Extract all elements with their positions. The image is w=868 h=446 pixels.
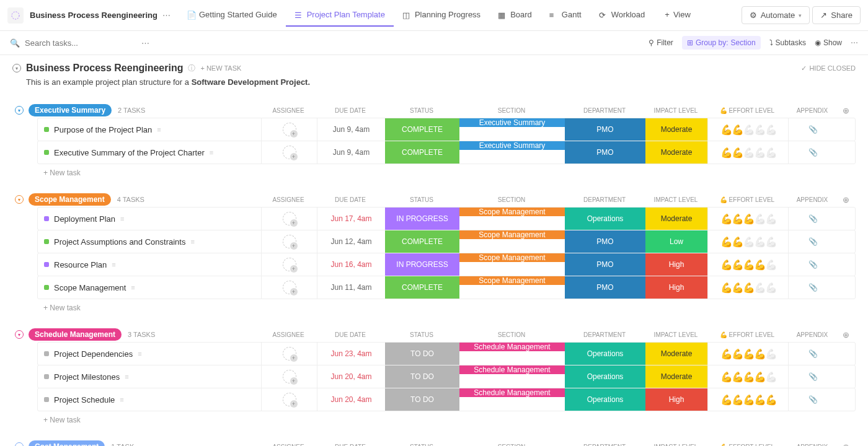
col-header-appendix[interactable]: APPENDIX (787, 196, 837, 203)
due-cell[interactable]: Jun 20, 4am (317, 365, 385, 388)
chevron-down-icon[interactable]: ▾ (15, 442, 24, 446)
col-header-effort[interactable]: 💪 EFFORT LEVEL (707, 444, 787, 447)
task-menu-icon[interactable]: ≡ (125, 373, 128, 380)
view-tab-board[interactable]: ▦Board (489, 4, 541, 27)
effort-cell[interactable]: 💪💪💪💪💪 (707, 343, 788, 365)
view-tab-gantt[interactable]: ≡Gantt (541, 4, 590, 27)
effort-cell[interactable]: 💪💪💪💪💪 (707, 141, 788, 164)
section-badge[interactable]: Scope Management (29, 193, 111, 206)
appendix-cell[interactable]: 📎 (788, 118, 838, 141)
dept-cell[interactable]: PMO (565, 276, 645, 299)
effort-cell[interactable]: 💪💪💪💪💪 (707, 253, 788, 276)
due-cell[interactable]: Jun 9, 4am (317, 141, 385, 164)
impact-cell[interactable]: High (645, 253, 707, 276)
effort-cell[interactable]: 💪💪💪💪💪 (707, 276, 788, 299)
task-name-cell[interactable]: Resource Plan ≡ (38, 253, 261, 276)
appendix-cell[interactable]: 📎 (788, 388, 838, 411)
add-view-button[interactable]: + + View View (656, 4, 699, 27)
col-header-section[interactable]: SECTION (459, 107, 564, 114)
chevron-down-icon[interactable]: ▾ (15, 330, 24, 339)
assignee-cell[interactable] (261, 276, 317, 299)
status-cell[interactable]: TO DO (385, 388, 459, 411)
assignee-cell[interactable] (261, 230, 317, 253)
section-badge[interactable]: Schedule Management (29, 328, 122, 341)
task-menu-icon[interactable]: ≡ (112, 261, 115, 268)
col-header-impact[interactable]: IMPACT LEVEL (645, 444, 707, 447)
task-row[interactable]: Resource Plan ≡ Jun 16, 4am IN PROGRESS … (37, 253, 856, 276)
task-menu-icon[interactable]: ≡ (138, 350, 141, 357)
impact-cell[interactable]: High (645, 276, 707, 299)
task-row[interactable]: Project Assumptions and Constraints ≡ Ju… (37, 230, 856, 253)
view-tab-planning-progress[interactable]: ◫Planning Progress (394, 4, 489, 27)
impact-cell[interactable]: Low (645, 230, 707, 253)
impact-cell[interactable]: Moderate (645, 343, 707, 365)
task-name-cell[interactable]: Project Milestones ≡ (38, 365, 261, 388)
section-cell[interactable]: Scope Management (459, 208, 565, 216)
col-header-appendix[interactable]: APPENDIX (787, 331, 837, 338)
col-header-section[interactable]: SECTION (459, 331, 564, 338)
status-cell[interactable]: TO DO (385, 343, 459, 365)
dept-cell[interactable]: Operations (565, 343, 645, 365)
effort-cell[interactable]: 💪💪💪💪💪 (707, 118, 788, 141)
col-header-due[interactable]: DUE DATE (316, 196, 384, 203)
assignee-cell[interactable] (261, 388, 317, 411)
col-header-effort[interactable]: 💪 EFFORT LEVEL (707, 107, 787, 114)
task-menu-icon[interactable]: ≡ (131, 284, 135, 291)
section-cell[interactable]: Scope Management (459, 276, 565, 285)
automate-button[interactable]: ⚙ Automate ▾ (742, 6, 810, 24)
task-name-cell[interactable]: Executive Summary of the Project Charter… (38, 141, 261, 164)
col-header-dept[interactable]: DEPARTMENT (564, 107, 645, 114)
col-header-dept[interactable]: DEPARTMENT (564, 196, 645, 203)
new-task-button[interactable]: + New task (43, 299, 856, 315)
task-menu-icon[interactable]: ≡ (190, 238, 194, 245)
add-column-button[interactable]: ⊕ (843, 330, 856, 339)
chevron-down-icon[interactable]: ▾ (15, 106, 24, 115)
dept-cell[interactable]: PMO (565, 118, 645, 141)
hide-closed-button[interactable]: ✓ HIDE CLOSED (801, 64, 856, 72)
effort-cell[interactable]: 💪💪💪💪💪 (707, 388, 788, 411)
task-name-cell[interactable]: Project Schedule ≡ (38, 388, 261, 411)
col-header-status[interactable]: STATUS (384, 107, 459, 114)
due-cell[interactable]: Jun 12, 4am (317, 230, 385, 253)
appendix-cell[interactable]: 📎 (788, 365, 838, 388)
task-name-cell[interactable]: Project Assumptions and Constraints ≡ (38, 230, 261, 253)
task-menu-icon[interactable]: ≡ (157, 126, 161, 133)
impact-cell[interactable]: Moderate (645, 365, 707, 388)
more-options-icon[interactable]: ⋯ (141, 38, 149, 48)
col-header-status[interactable]: STATUS (384, 196, 459, 203)
view-tab-workload[interactable]: ⟳Workload (590, 4, 654, 27)
due-cell[interactable]: Jun 9, 4am (317, 118, 385, 141)
appendix-cell[interactable]: 📎 (788, 230, 838, 253)
add-column-button[interactable]: ⊕ (843, 442, 856, 447)
section-cell[interactable]: Scope Management (459, 230, 565, 239)
section-cell[interactable]: Schedule Management (459, 365, 565, 374)
dept-cell[interactable]: Operations (565, 208, 645, 230)
col-header-impact[interactable]: IMPACT LEVEL (645, 331, 707, 338)
appendix-cell[interactable]: 📎 (788, 343, 838, 365)
section-cell[interactable]: Executive Summary (459, 141, 565, 150)
impact-cell[interactable]: Moderate (645, 208, 707, 230)
due-cell[interactable]: Jun 17, 4am (317, 208, 385, 230)
col-header-due[interactable]: DUE DATE (316, 444, 384, 447)
subtasks-button[interactable]: ⤵ Subtasks (769, 38, 806, 47)
task-row[interactable]: Project Milestones ≡ Jun 20, 4am TO DO S… (37, 365, 856, 388)
task-name-cell[interactable]: Purpose of the Project Plan ≡ (38, 118, 261, 141)
task-row[interactable]: Scope Management ≡ Jun 11, 4am COMPLETE … (37, 276, 856, 299)
status-cell[interactable]: COMPLETE (385, 141, 459, 164)
task-menu-icon[interactable]: ≡ (120, 396, 123, 403)
col-header-effort[interactable]: 💪 EFFORT LEVEL (707, 196, 787, 203)
chevron-down-icon[interactable]: ▾ (15, 195, 24, 204)
due-cell[interactable]: Jun 23, 4am (317, 343, 385, 365)
impact-cell[interactable]: Moderate (645, 141, 707, 164)
col-header-appendix[interactable]: APPENDIX (787, 107, 837, 114)
impact-cell[interactable]: High (645, 388, 707, 411)
dept-cell[interactable]: PMO (565, 230, 645, 253)
new-task-button[interactable]: + NEW TASK (200, 64, 241, 72)
col-header-effort[interactable]: 💪 EFFORT LEVEL (707, 331, 787, 338)
assignee-cell[interactable] (261, 343, 317, 365)
show-button[interactable]: ◉ Show (815, 38, 842, 47)
section-cell[interactable]: Schedule Management (459, 343, 565, 351)
task-name-cell[interactable]: Scope Management ≡ (38, 276, 261, 299)
col-header-assignee[interactable]: ASSIGNEE (260, 331, 316, 338)
chevron-down-icon[interactable]: ▾ (12, 64, 21, 72)
